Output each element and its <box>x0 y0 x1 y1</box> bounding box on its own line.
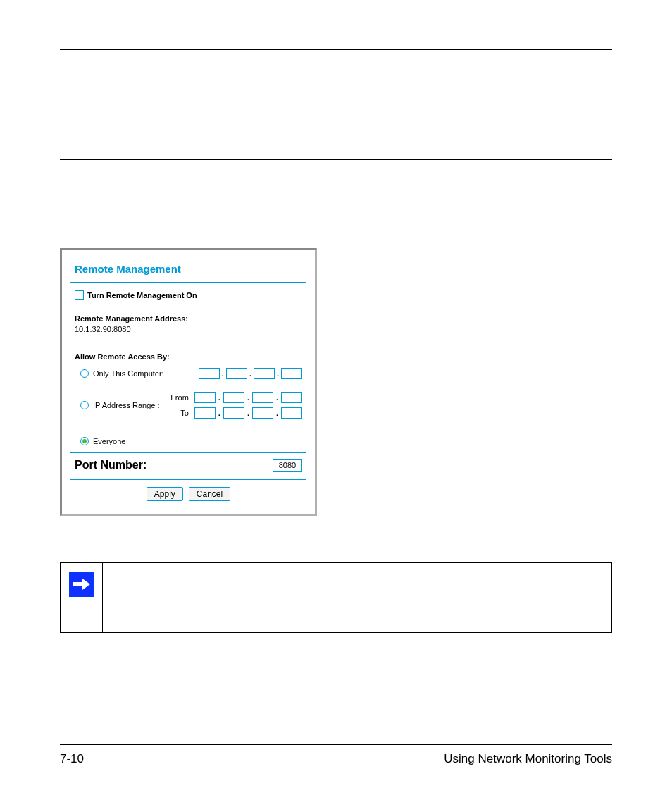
note-box <box>60 562 612 633</box>
ip-octet-input[interactable] <box>281 392 302 403</box>
svg-marker-0 <box>73 579 90 590</box>
top-rule <box>60 49 612 50</box>
page-number: 7-10 <box>60 752 84 766</box>
ip-octet-input[interactable] <box>226 368 247 379</box>
port-label: Port Number: <box>75 459 147 472</box>
allow-label: Allow Remote Access By: <box>75 352 302 361</box>
to-label: To <box>163 409 189 417</box>
everyone-label: Everyone <box>93 437 125 445</box>
page-footer: 7-10 Using Network Monitoring Tools <box>60 744 612 766</box>
ip-octet-input[interactable] <box>199 368 220 379</box>
ip-octet-input[interactable] <box>252 392 273 403</box>
note-icon-cell <box>61 563 103 632</box>
only-this-ip-group: . . . <box>199 368 302 379</box>
range-label: IP Address Range : <box>93 401 160 409</box>
from-label: From <box>163 393 189 402</box>
ip-octet-input[interactable] <box>223 392 244 403</box>
ip-octet-input[interactable] <box>223 407 244 419</box>
only-this-label: Only This Computer: <box>93 369 164 378</box>
radio-everyone[interactable] <box>80 437 89 445</box>
note-body <box>103 563 611 632</box>
second-rule <box>60 159 612 160</box>
address-value: 10.1.32.90:8080 <box>75 325 302 333</box>
ip-octet-input[interactable] <box>194 407 216 419</box>
radio-only-this[interactable] <box>80 369 89 378</box>
port-input[interactable]: 8080 <box>273 459 302 472</box>
footer-rule <box>60 744 612 745</box>
turn-on-checkbox[interactable] <box>75 290 84 300</box>
remote-management-panel: Remote Management Turn Remote Management… <box>60 248 317 516</box>
panel-title: Remote Management <box>70 257 306 282</box>
cancel-button[interactable]: Cancel <box>189 487 230 501</box>
ip-octet-input[interactable] <box>194 392 216 403</box>
turn-on-label: Turn Remote Management On <box>87 291 197 300</box>
address-label: Remote Management Address: <box>75 314 302 323</box>
radio-ip-range[interactable] <box>80 401 89 409</box>
ip-octet-input[interactable] <box>252 407 273 419</box>
apply-button[interactable]: Apply <box>147 487 183 501</box>
section-title: Using Network Monitoring Tools <box>444 752 612 766</box>
ip-octet-input[interactable] <box>254 368 275 379</box>
arrow-right-icon <box>69 572 94 597</box>
ip-octet-input[interactable] <box>281 368 302 379</box>
ip-octet-input[interactable] <box>281 407 302 419</box>
